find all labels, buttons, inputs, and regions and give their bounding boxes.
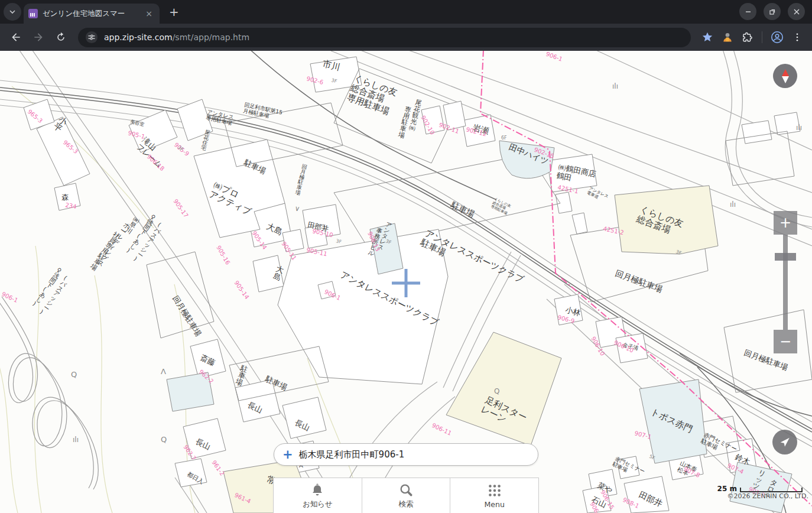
map-label: アンタレス電車道	[586, 186, 609, 204]
search-address-text[interactable]: 栃木県足利市田中町906-1	[299, 449, 405, 460]
map-label: 回月極駐車場	[614, 268, 664, 294]
bell-icon	[310, 482, 325, 498]
map-symbol: ılı	[796, 124, 802, 132]
tab-favicon-icon	[28, 9, 38, 18]
nav-notifications[interactable]: お知らせ	[274, 478, 362, 513]
map-symbol: Λ	[161, 367, 166, 376]
minimize-icon	[745, 8, 752, 15]
parcel-number: 905-14	[233, 280, 250, 300]
window-controls	[739, 3, 805, 20]
map-label: 駐車場	[235, 364, 249, 388]
scale-bar-line	[740, 488, 803, 492]
map-symbol: ∨	[294, 204, 300, 213]
map-label: 回月極駐車場	[171, 294, 203, 338]
maximize-button[interactable]	[764, 3, 781, 20]
parcel-number: 906-1	[1, 291, 19, 304]
map-label: 尾花観光㈱	[408, 98, 423, 132]
tab-title: ゼンリン住宅地図スマー	[43, 9, 138, 19]
compass-button[interactable]	[773, 64, 797, 88]
map-symbol: Q	[71, 370, 77, 379]
current-location-button[interactable]	[772, 430, 797, 454]
restore-icon	[769, 8, 776, 15]
parcel-number: 961-2	[210, 459, 226, 477]
map-symbol: 3F	[336, 238, 343, 245]
parcel-number: 906-11	[431, 422, 453, 437]
bookmark-star-icon[interactable]	[701, 31, 713, 43]
map-symbol: Λ	[146, 217, 151, 226]
chevron-down-icon	[9, 8, 16, 15]
scale-label: 25 m	[717, 485, 737, 492]
parcel-number: 905-17	[172, 198, 189, 219]
search-icon	[398, 482, 414, 498]
map-symbol: ılı	[730, 200, 736, 209]
address-bar[interactable]: app.zip-site.com/smt/app/map.htm	[78, 28, 691, 47]
navigation-arrow-icon	[778, 436, 791, 449]
browser-toolbar: app.zip-site.com/smt/app/map.htm	[0, 24, 812, 51]
grid-icon	[487, 483, 502, 498]
nav-search-label: 検索	[399, 499, 414, 509]
reload-button[interactable]	[51, 27, 71, 47]
map-label: 社員専用駐車場	[89, 230, 121, 272]
map-label: 駐車場	[449, 200, 476, 219]
parcel-number: 905-16	[215, 245, 231, 266]
map-symbol: Q	[161, 435, 167, 444]
forward-icon	[33, 31, 44, 43]
site-settings-icon[interactable]	[85, 31, 98, 44]
zoom-out-button[interactable]: −	[774, 330, 797, 353]
back-button[interactable]	[6, 27, 26, 47]
map-label: 回月極駐車場	[294, 163, 308, 196]
map-symbol: Q	[494, 387, 499, 395]
extension-avatar-icon[interactable]	[722, 31, 733, 43]
map-symbol: ılı	[73, 436, 79, 444]
url-text[interactable]: app.zip-site.com/smt/app/map.htm	[104, 33, 249, 42]
new-tab-button[interactable]: +	[165, 5, 183, 19]
close-icon	[793, 8, 800, 15]
extensions-puzzle-icon[interactable]	[742, 31, 753, 43]
add-address-icon[interactable]: +	[282, 449, 293, 461]
zoom-slider-handle[interactable]	[775, 253, 796, 261]
nav-menu[interactable]: Menu	[450, 478, 538, 513]
map-viewport[interactable]: 市川くらしの友総合斎場専用駐車場尾花観光㈱専用駐車場岩瀬田中ハイツ㈱鶴田商店鶴田…	[0, 51, 812, 513]
tab-search-button[interactable]	[4, 3, 21, 21]
nav-notifications-label: お知らせ	[303, 499, 333, 509]
nav-menu-label: Menu	[485, 500, 505, 509]
close-window-button[interactable]	[788, 3, 805, 20]
bottom-navigation: お知らせ 検索 Menu	[273, 478, 539, 513]
zoom-in-button[interactable]: +	[774, 211, 797, 235]
map-symbol: ılı	[612, 82, 618, 90]
address-search-bar[interactable]: + 栃木県足利市田中町906-1	[274, 443, 538, 466]
hairpin-roads	[0, 297, 98, 489]
compass-north-needle-icon	[782, 69, 789, 76]
browser-tab[interactable]: ゼンリン住宅地図スマー ×	[24, 4, 160, 24]
toolbar-actions	[698, 31, 806, 44]
map-scale: 25 m	[717, 485, 803, 492]
minimize-button[interactable]	[739, 3, 756, 20]
tab-strip: ゼンリン住宅地図スマー × +	[0, 0, 812, 24]
reload-icon	[55, 31, 67, 43]
parcel-number: 906-1	[545, 51, 563, 63]
back-icon	[10, 31, 22, 43]
map-copyright: ©2026 ZENRIN CO., LTD.	[727, 492, 809, 500]
toolbar-divider	[762, 31, 762, 43]
url-path: /smt/app/map.htm	[173, 33, 249, 42]
profile-icon[interactable]	[771, 31, 784, 44]
zoom-slider-track[interactable]	[783, 235, 788, 330]
map-symbol: 6F	[501, 135, 507, 141]
url-host: app.zip-site.com	[104, 33, 173, 42]
map-symbol: 3F	[675, 249, 683, 256]
compass-south-needle-icon	[782, 76, 789, 83]
map-label: 森	[61, 193, 69, 202]
map-label: くらしの友総合斎場専用駐車場	[346, 73, 399, 117]
forward-button[interactable]	[28, 27, 48, 47]
map-label: くらしの友総合斎場専用駐車場	[489, 196, 512, 216]
tab-close-button[interactable]: ×	[143, 8, 155, 19]
menu-kebab-icon[interactable]	[792, 32, 803, 43]
nav-search[interactable]: 検索	[362, 478, 450, 513]
